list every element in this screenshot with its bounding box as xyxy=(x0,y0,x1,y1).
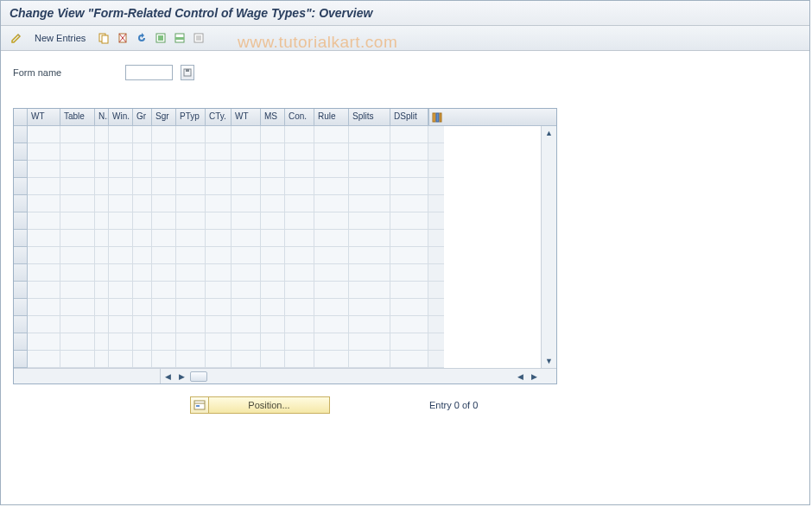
cell-dsplit[interactable] xyxy=(390,247,428,264)
deselect-all-icon[interactable] xyxy=(190,29,207,47)
cell-rule[interactable] xyxy=(314,351,349,368)
cell-con[interactable] xyxy=(285,230,314,247)
cell-con[interactable] xyxy=(285,195,314,212)
scroll-left-end-icon[interactable]: ◀ xyxy=(513,370,527,383)
cell-ms[interactable] xyxy=(261,178,285,195)
cell-rule[interactable] xyxy=(314,143,349,161)
cell-cty[interactable] xyxy=(206,333,232,351)
cell-n[interactable] xyxy=(95,195,109,212)
cell-ptyp[interactable] xyxy=(176,282,206,299)
cell-sgr[interactable] xyxy=(152,316,176,333)
cell-table[interactable] xyxy=(60,126,95,143)
cell-ptyp[interactable] xyxy=(176,126,206,143)
edit-icon[interactable] xyxy=(8,29,25,47)
cell-n[interactable] xyxy=(95,230,109,247)
cell-con[interactable] xyxy=(285,126,314,143)
cell-cty[interactable] xyxy=(206,316,232,333)
cell-sgr[interactable] xyxy=(152,351,176,368)
cell-sgr[interactable] xyxy=(152,195,176,212)
cell-wt2[interactable] xyxy=(232,212,261,230)
cell-ms[interactable] xyxy=(261,126,285,143)
column-header-ptyp[interactable]: PTyp xyxy=(176,109,206,125)
cell-n[interactable] xyxy=(95,316,109,333)
cell-table[interactable] xyxy=(60,333,95,351)
select-all-column[interactable] xyxy=(14,109,28,125)
scroll-down-icon[interactable]: ▼ xyxy=(542,354,556,368)
cell-win[interactable] xyxy=(109,126,133,143)
delete-icon[interactable] xyxy=(114,29,131,47)
cell-wt[interactable] xyxy=(28,126,60,143)
cell-sgr[interactable] xyxy=(152,178,176,195)
cell-cty[interactable] xyxy=(206,195,232,212)
column-header-wt[interactable]: WT xyxy=(28,109,60,125)
configure-columns-icon[interactable] xyxy=(428,109,444,125)
row-selector[interactable] xyxy=(14,212,28,230)
cell-con[interactable] xyxy=(285,351,314,368)
cell-sgr[interactable] xyxy=(152,212,176,230)
scroll-right-icon[interactable]: ▶ xyxy=(174,370,188,383)
select-all-icon[interactable] xyxy=(152,29,169,47)
cell-table[interactable] xyxy=(60,264,95,282)
cell-splits[interactable] xyxy=(349,333,390,351)
cell-con[interactable] xyxy=(285,247,314,264)
cell-splits[interactable] xyxy=(349,178,390,195)
cell-dsplit[interactable] xyxy=(390,126,428,143)
cell-dsplit[interactable] xyxy=(390,230,428,247)
column-header-win[interactable]: Win. xyxy=(109,109,133,125)
cell-gr[interactable] xyxy=(133,178,152,195)
cell-win[interactable] xyxy=(109,195,133,212)
cell-gr[interactable] xyxy=(133,247,152,264)
cell-con[interactable] xyxy=(285,282,314,299)
cell-gr[interactable] xyxy=(133,282,152,299)
scroll-left-icon[interactable]: ◀ xyxy=(161,370,174,383)
cell-splits[interactable] xyxy=(349,230,390,247)
vertical-scrollbar[interactable]: ▲ ▼ xyxy=(541,126,556,368)
cell-cty[interactable] xyxy=(206,282,232,299)
column-header-dsplit[interactable]: DSplit xyxy=(390,109,428,125)
cell-cty[interactable] xyxy=(206,178,232,195)
undo-icon[interactable] xyxy=(133,29,150,47)
cell-sgr[interactable] xyxy=(152,333,176,351)
scroll-right-end-icon[interactable]: ▶ xyxy=(527,370,541,383)
cell-cty[interactable] xyxy=(206,212,232,230)
cell-ms[interactable] xyxy=(261,143,285,161)
cell-cty[interactable] xyxy=(206,230,232,247)
cell-wt[interactable] xyxy=(28,212,60,230)
cell-win[interactable] xyxy=(109,247,133,264)
cell-splits[interactable] xyxy=(349,143,390,161)
cell-win[interactable] xyxy=(109,282,133,299)
cell-rule[interactable] xyxy=(314,230,349,247)
cell-wt[interactable] xyxy=(28,247,60,264)
cell-dsplit[interactable] xyxy=(390,178,428,195)
cell-dsplit[interactable] xyxy=(390,143,428,161)
cell-n[interactable] xyxy=(95,143,109,161)
cell-dsplit[interactable] xyxy=(390,264,428,282)
row-selector[interactable] xyxy=(14,316,28,333)
cell-n[interactable] xyxy=(95,126,109,143)
cell-ms[interactable] xyxy=(261,316,285,333)
cell-ms[interactable] xyxy=(261,230,285,247)
column-header-n[interactable]: N.. xyxy=(95,109,109,125)
cell-rule[interactable] xyxy=(314,178,349,195)
cell-cty[interactable] xyxy=(206,264,232,282)
cell-table[interactable] xyxy=(60,195,95,212)
cell-wt[interactable] xyxy=(28,264,60,282)
cell-ptyp[interactable] xyxy=(176,161,206,178)
cell-wt2[interactable] xyxy=(232,247,261,264)
search-help-icon[interactable] xyxy=(181,65,194,80)
cell-splits[interactable] xyxy=(349,195,390,212)
cell-ptyp[interactable] xyxy=(176,195,206,212)
cell-gr[interactable] xyxy=(133,299,152,316)
cell-cty[interactable] xyxy=(206,299,232,316)
cell-table[interactable] xyxy=(60,351,95,368)
cell-splits[interactable] xyxy=(349,282,390,299)
cell-ms[interactable] xyxy=(261,264,285,282)
row-selector[interactable] xyxy=(14,126,28,143)
cell-wt2[interactable] xyxy=(232,195,261,212)
cell-splits[interactable] xyxy=(349,299,390,316)
row-selector[interactable] xyxy=(14,264,28,282)
scroll-thumb[interactable] xyxy=(190,371,207,382)
row-selector[interactable] xyxy=(14,333,28,351)
cell-con[interactable] xyxy=(285,212,314,230)
cell-n[interactable] xyxy=(95,178,109,195)
